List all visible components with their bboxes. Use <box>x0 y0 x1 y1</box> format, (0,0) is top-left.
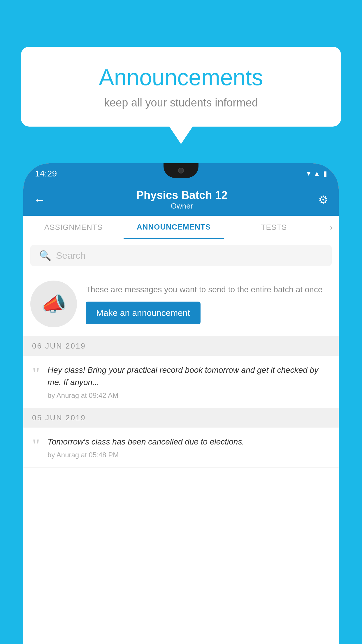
tab-assignments[interactable]: ASSIGNMENTS <box>23 216 124 239</box>
phone-notch <box>164 163 198 178</box>
search-bar[interactable]: 🔍 Search <box>30 245 332 266</box>
battery-icon: ▮ <box>323 169 327 178</box>
speech-bubble-title: Announcements <box>44 64 318 91</box>
announcement-meta-1: by Anurag at 09:42 AM <box>48 391 331 400</box>
prompt-right: These are messages you want to send to t… <box>86 284 332 324</box>
tab-announcements[interactable]: ANNOUNCEMENTS <box>124 216 224 239</box>
speech-bubble-subtitle: keep all your students informed <box>44 97 318 109</box>
wifi-icon: ▾ <box>307 169 310 178</box>
quote-icon-2: " <box>31 437 41 453</box>
header-title: Physics Batch 12 <box>136 189 228 202</box>
announcement-content-2: Tomorrow's class has been cancelled due … <box>48 436 331 459</box>
settings-icon[interactable]: ⚙ <box>318 193 328 206</box>
prompt-description: These are messages you want to send to t… <box>86 284 332 296</box>
announcement-message-1: Hey class! Bring your practical record b… <box>48 364 331 388</box>
date-divider-1: 06 JUN 2019 <box>23 336 339 356</box>
status-bar: 14:29 ▾ ▲ ▮ <box>23 163 339 184</box>
app-header: ← Physics Batch 12 Owner ⚙ <box>23 184 339 216</box>
speech-bubble-section: Announcements keep all your students inf… <box>21 47 341 144</box>
status-time: 14:29 <box>35 169 57 178</box>
search-placeholder: Search <box>56 250 85 261</box>
content-area: 🔍 Search 📣 These are messages you want t… <box>23 239 339 644</box>
status-icons: ▾ ▲ ▮ <box>307 169 327 178</box>
announcement-prompt: 📣 These are messages you want to send to… <box>23 272 339 336</box>
speech-bubble-card: Announcements keep all your students inf… <box>21 47 341 127</box>
quote-icon-1: " <box>31 365 41 382</box>
make-announcement-button[interactable]: Make an announcement <box>86 302 201 324</box>
announcement-message-2: Tomorrow's class has been cancelled due … <box>48 436 331 448</box>
speech-bubble-tail <box>169 127 193 144</box>
tab-bar: ASSIGNMENTS ANNOUNCEMENTS TESTS › <box>23 216 339 239</box>
announcement-meta-2: by Anurag at 05:48 PM <box>48 451 331 459</box>
tab-more-icon[interactable]: › <box>324 223 339 232</box>
announcement-item-2: " Tomorrow's class has been cancelled du… <box>23 428 339 468</box>
header-center: Physics Batch 12 Owner <box>136 189 228 211</box>
phone-frame: 14:29 ▾ ▲ ▮ ← Physics Batch 12 Owner ⚙ A… <box>23 163 339 644</box>
date-divider-2: 05 JUN 2019 <box>23 408 339 428</box>
header-subtitle: Owner <box>136 202 228 211</box>
prompt-icon-circle: 📣 <box>30 281 77 327</box>
announcement-item-1: " Hey class! Bring your practical record… <box>23 356 339 408</box>
back-button[interactable]: ← <box>34 193 45 206</box>
signal-icon: ▲ <box>313 169 320 178</box>
search-icon: 🔍 <box>39 250 51 261</box>
megaphone-icon: 📣 <box>41 292 66 316</box>
tab-tests[interactable]: TESTS <box>224 216 324 239</box>
announcement-content-1: Hey class! Bring your practical record b… <box>48 364 331 400</box>
phone-camera <box>178 168 184 174</box>
